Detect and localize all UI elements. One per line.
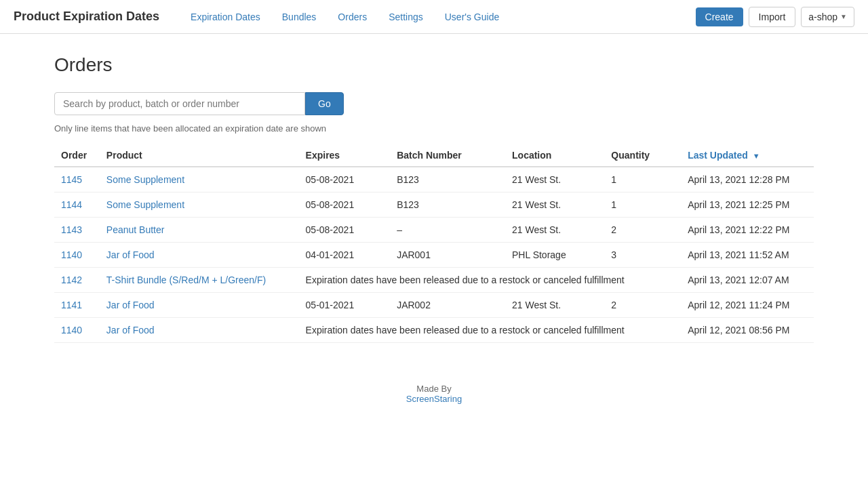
cell-info-message: Expiration dates have been released due … (299, 318, 682, 343)
cell-order: 1145 (54, 167, 100, 192)
nav-settings[interactable]: Settings (378, 0, 434, 34)
chevron-down-icon: ▼ (840, 13, 847, 20)
cell-product: Jar of Food (100, 243, 299, 268)
cell-info-message: Expiration dates have been released due … (299, 268, 682, 293)
cell-product: Peanut Butter (100, 218, 299, 243)
nav-users-guide[interactable]: User's Guide (434, 0, 510, 34)
navbar: Product Expiration Dates Expiration Date… (0, 0, 868, 34)
table-row: 1140 Jar of Food 04-01-2021 JAR001 PHL S… (54, 243, 814, 268)
cell-last-updated: April 13, 2021 12:22 PM (681, 218, 814, 243)
cell-location: 21 West St. (505, 192, 604, 218)
search-bar: Go (54, 92, 814, 115)
helper-text: Only line items that have been allocated… (54, 123, 814, 134)
cell-last-updated: April 12, 2021 11:24 PM (681, 293, 814, 318)
order-link[interactable]: 1141 (61, 300, 82, 310)
cell-expires: 04-01-2021 (299, 243, 391, 268)
cell-product: Some Supplement (100, 167, 299, 192)
cell-last-updated: April 12, 2021 08:56 PM (681, 318, 814, 343)
cell-product: Some Supplement (100, 192, 299, 218)
nav-bundles[interactable]: Bundles (271, 0, 328, 34)
table-row: 1143 Peanut Butter 05-08-2021 – 21 West … (54, 218, 814, 243)
cell-last-updated: April 13, 2021 12:25 PM (681, 192, 814, 218)
orders-table: Order Product Expires Batch Number Locat… (54, 144, 814, 343)
col-order: Order (54, 144, 100, 167)
sort-desc-icon: ▼ (753, 152, 760, 160)
cell-order: 1141 (54, 293, 100, 318)
product-link[interactable]: Jar of Food (106, 249, 155, 260)
cell-location: 21 West St. (505, 218, 604, 243)
product-link[interactable]: T-Shirt Bundle (S/Red/M + L/Green/F) (106, 274, 266, 285)
order-link[interactable]: 1145 (61, 174, 82, 185)
col-expires: Expires (299, 144, 391, 167)
cell-location: 21 West St. (505, 167, 604, 192)
table-header: Order Product Expires Batch Number Locat… (54, 144, 814, 167)
table-header-row: Order Product Expires Batch Number Locat… (54, 144, 814, 167)
cell-order: 1143 (54, 218, 100, 243)
app-brand: Product Expiration Dates (14, 9, 159, 24)
cell-expires: 05-08-2021 (299, 167, 391, 192)
cell-product: Jar of Food (100, 293, 299, 318)
nav-expiration-dates[interactable]: Expiration Dates (180, 0, 271, 34)
product-link[interactable]: Some Supplement (106, 199, 184, 210)
cell-expires: 05-01-2021 (299, 293, 391, 318)
cell-quantity: 1 (604, 192, 681, 218)
cell-quantity: 3 (604, 243, 681, 268)
col-location: Location (505, 144, 604, 167)
col-quantity: Quantity (604, 144, 681, 167)
cell-order: 1140 (54, 318, 100, 343)
table-row: 1140 Jar of Food Expiration dates have b… (54, 318, 814, 343)
cell-location: 21 West St. (505, 293, 604, 318)
cell-order: 1142 (54, 268, 100, 293)
cell-quantity: 2 (604, 218, 681, 243)
product-link[interactable]: Some Supplement (106, 174, 184, 185)
product-link[interactable]: Jar of Food (106, 300, 155, 310)
nav-orders[interactable]: Orders (327, 0, 378, 34)
order-link[interactable]: 1143 (61, 224, 82, 235)
col-product: Product (100, 144, 299, 167)
search-input[interactable] (54, 92, 305, 115)
table-row: 1142 T-Shirt Bundle (S/Red/M + L/Green/F… (54, 268, 814, 293)
cell-last-updated: April 13, 2021 12:07 AM (681, 268, 814, 293)
cell-batch-number: B123 (390, 192, 505, 218)
table-row: 1144 Some Supplement 05-08-2021 B123 21 … (54, 192, 814, 218)
cell-batch-number: JAR001 (390, 243, 505, 268)
order-link[interactable]: 1140 (61, 249, 82, 260)
import-button[interactable]: Import (749, 7, 796, 27)
navbar-actions: Create Import a-shop ▼ (696, 7, 854, 27)
cell-expires: 05-08-2021 (299, 192, 391, 218)
table-row: 1141 Jar of Food 05-01-2021 JAR002 21 We… (54, 293, 814, 318)
shop-name: a-shop (808, 12, 837, 22)
create-button[interactable]: Create (696, 7, 743, 26)
main-content: Orders Go Only line items that have been… (0, 34, 868, 424)
cell-batch-number: JAR002 (390, 293, 505, 318)
cell-last-updated: April 13, 2021 11:52 AM (681, 243, 814, 268)
cell-location: PHL Storage (505, 243, 604, 268)
cell-product: Jar of Food (100, 318, 299, 343)
col-batch-number: Batch Number (390, 144, 505, 167)
cell-expires: 05-08-2021 (299, 218, 391, 243)
order-link[interactable]: 1144 (61, 199, 82, 210)
cell-batch-number: B123 (390, 167, 505, 192)
cell-last-updated: April 13, 2021 12:28 PM (681, 167, 814, 192)
cell-quantity: 1 (604, 167, 681, 192)
page-title: Orders (54, 54, 814, 76)
company-link[interactable]: ScreenStaring (406, 394, 462, 404)
cell-product: T-Shirt Bundle (S/Red/M + L/Green/F) (100, 268, 299, 293)
cell-order: 1140 (54, 243, 100, 268)
product-link[interactable]: Jar of Food (106, 325, 155, 336)
col-last-updated[interactable]: Last Updated ▼ (681, 144, 814, 167)
made-by-text: Made By (54, 384, 814, 394)
cell-quantity: 2 (604, 293, 681, 318)
shop-dropdown[interactable]: a-shop ▼ (801, 7, 854, 27)
cell-order: 1144 (54, 192, 100, 218)
order-link[interactable]: 1140 (61, 325, 82, 336)
order-link[interactable]: 1142 (61, 274, 82, 285)
table-row: 1145 Some Supplement 05-08-2021 B123 21 … (54, 167, 814, 192)
cell-batch-number: – (390, 218, 505, 243)
footer: Made By ScreenStaring (54, 384, 814, 404)
nav-links: Expiration Dates Bundles Orders Settings… (180, 0, 696, 34)
product-link[interactable]: Peanut Butter (106, 224, 165, 235)
search-button[interactable]: Go (305, 92, 344, 115)
table-body: 1145 Some Supplement 05-08-2021 B123 21 … (54, 167, 814, 343)
